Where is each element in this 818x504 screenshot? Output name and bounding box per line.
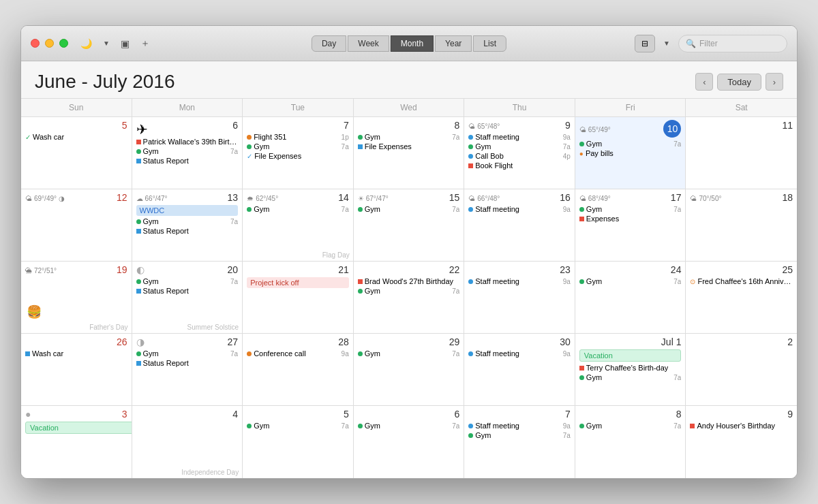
calendar-day-jun8[interactable]: 8 Gym 7a File Expenses [354,117,465,189]
calendar-day-jun17[interactable]: 🌤 68°/49° 17 Gym 7a Expenses [575,189,686,261]
calendar-day-jun15[interactable]: ☀ 67°/47° 15 Gym 7a [354,189,465,261]
chevron-down-icon[interactable]: ▼ [100,38,112,48]
event-gym[interactable]: Gym 7a [468,431,571,439]
event-gym[interactable]: Gym 7a [579,205,682,213]
calendar-day-jun16[interactable]: 🌤 66°/48° 16 Staff meeting 9a [464,189,575,261]
event-gym[interactable]: Gym 7a [358,133,460,141]
event-wash-car[interactable]: ✓ Wash car [25,133,127,141]
event-gym[interactable]: Gym 7a [358,422,460,430]
event-gym[interactable]: Gym 7a [579,140,682,148]
event-gym[interactable]: Gym 7a [579,373,682,381]
event-gym[interactable]: Gym 7a [136,277,239,285]
calendar-day-jul8[interactable]: 8 Gym 7a [575,406,686,478]
event-birthday-andy[interactable]: Andy Houser's Birthday [690,422,793,430]
close-button[interactable] [31,39,40,48]
calendar-day-jun28[interactable]: 28 Conference call 9a [243,334,354,405]
fullscreen-button[interactable] [59,39,68,48]
calendar-day-jun20[interactable]: ◐ 20 Gym 7a Status Report Summer Solstic… [132,262,243,333]
next-month-button[interactable]: › [766,73,783,91]
calendar-day-jul2[interactable]: 2 [686,334,797,405]
event-gym[interactable]: Gym 7a [136,217,239,225]
calendar-day-jun25[interactable]: 25 ⊙ Fred Chaffee's 16th Anniversary [686,262,797,333]
event-project-kickoff[interactable]: Project kick off [247,277,349,288]
event-staff-meeting[interactable]: Staff meeting 9a [468,277,571,285]
event-anniversary[interactable]: ⊙ Fred Chaffee's 16th Anniversary [690,277,793,285]
event-gym[interactable]: Gym 7a [358,287,460,295]
add-event-button[interactable]: ＋ [138,36,153,51]
event-vacation[interactable]: Vacation [579,349,682,362]
event-gym[interactable]: Gym 7a [579,277,682,285]
event-flight[interactable]: Flight 351 1p [247,133,349,141]
event-wwdc[interactable]: WWDC [136,205,239,216]
calendar-day-jun21[interactable]: 21 Project kick off [243,262,354,333]
event-pay-bills[interactable]: ● Pay bills [579,149,682,157]
calendar-day-jul1[interactable]: Jul 1 Vacation Terry Chaffee's Birth-day… [575,334,686,405]
event-gym[interactable]: Gym 7a [136,147,239,155]
month-view-button[interactable]: Month [391,35,434,52]
event-staff-meeting[interactable]: Staff meeting 9a [468,422,571,430]
sidebar-toggle[interactable]: ▣ [118,37,132,50]
event-staff-meeting[interactable]: Staff meeting 9a [468,349,571,358]
event-birthday[interactable]: Patrick Wallace's 39th Birthday [136,138,239,146]
calendar-day-jul3[interactable]: ● 3 Vacation [21,406,132,478]
event-gym[interactable]: Gym 7a [579,422,682,430]
event-gym[interactable]: Gym 7a [247,422,349,430]
calendar-day-jul5[interactable]: 5 Gym 7a [243,406,354,478]
event-status-report[interactable]: Status Report [136,227,239,235]
calendar-day-jun24[interactable]: 24 Gym 7a [575,262,686,333]
calendar-day-jun18[interactable]: 🌤 70°/50° 18 [686,189,797,261]
event-gym[interactable]: Gym 7a [358,349,460,358]
calendar-day-jul6[interactable]: 6 Gym 7a [354,406,465,478]
calendar-day-jun10-today[interactable]: 🌤 65°/49° 10 Gym 7a ● Pay bills [575,117,686,189]
calendar-day-jun30[interactable]: 30 Staff meeting 9a [464,334,575,405]
dropdown-button[interactable]: ▼ [661,38,673,48]
calendar-day-jun11[interactable]: 11 [686,117,797,189]
search-box[interactable]: 🔍 Filter [678,35,787,52]
split-view-button[interactable]: ⊟ [635,35,655,52]
event-call-bob[interactable]: Call Bob 4p [468,152,571,160]
event-vacation[interactable]: Vacation [25,422,132,434]
event-gym[interactable]: Gym 7a [468,142,571,151]
calendar-day-jun5[interactable]: 5 ✓ Wash car [21,117,132,189]
calendar-day-jun23[interactable]: 23 Staff meeting 9a [464,262,575,333]
prev-month-button[interactable]: ‹ [695,73,713,91]
week-view-button[interactable]: Week [348,35,389,52]
event-gym[interactable]: Gym 7a [136,349,239,358]
event-file-expenses[interactable]: ✓ File Expenses [247,152,349,160]
calendar-day-jun12[interactable]: 🌤 69°/49° ◑ 12 [21,189,132,261]
year-view-button[interactable]: Year [435,35,472,52]
today-button[interactable]: Today [717,74,761,91]
event-conference-call[interactable]: Conference call 9a [247,349,349,358]
event-birthday-terry[interactable]: Terry Chaffee's Birth-day [579,364,682,372]
event-gym[interactable]: Gym 7a [358,205,460,213]
event-status-report[interactable]: Status Report [136,287,239,295]
day-view-button[interactable]: Day [312,35,346,52]
calendar-day-jun26[interactable]: 26 Wash car [21,334,132,405]
event-book-flight[interactable]: Book Flight [468,161,571,170]
event-expenses[interactable]: Expenses [579,215,682,223]
event-staff-meeting[interactable]: Staff meeting 9a [468,205,571,213]
event-wash-car[interactable]: Wash car [25,349,127,358]
calendar-day-jul9[interactable]: 9 Andy Houser's Birthday [686,406,797,478]
calendar-day-jun19[interactable]: 🌦 72°/51° 19 🍔 Father's Day [21,262,132,333]
calendar-day-jun13[interactable]: ☁ 66°/47° 13 WWDC Gym 7a Status Report [132,189,243,261]
event-status-report[interactable]: Status Report [136,157,239,165]
calendar-day-jun22[interactable]: 22 Brad Wood's 27th Birthday Gym 7a [354,262,465,333]
event-file-expenses[interactable]: File Expenses [358,142,460,151]
calendar-day-jun27[interactable]: ◑ 27 Gym 7a Status Report [132,334,243,405]
calendar-day-jun9[interactable]: 🌤 65°/48° 9 Staff meeting 9a Gym 7a [464,117,575,189]
moon-icon[interactable]: 🌙 [78,37,95,50]
event-status-report[interactable]: Status Report [136,359,239,367]
event-gym[interactable]: Gym 7a [247,142,349,151]
calendar-day-jul4[interactable]: 4 Independence Day [132,406,243,478]
calendar-day-jun6[interactable]: ✈ 6 Patrick Wallace's 39th Birthday Gym … [132,117,243,189]
calendar-day-jun29[interactable]: 29 Gym 7a [354,334,465,405]
list-view-button[interactable]: List [473,35,506,52]
calendar-day-jul7[interactable]: 7 Staff meeting 9a Gym 7a [464,406,575,478]
minimize-button[interactable] [45,39,54,48]
calendar-day-jun14[interactable]: 🌧 62°/45° 14 Gym 7a Flag Day [243,189,354,261]
event-birthday-brad[interactable]: Brad Wood's 27th Birthday [358,277,460,285]
event-staff-meeting[interactable]: Staff meeting 9a [468,133,571,141]
event-gym[interactable]: Gym 7a [247,205,349,213]
calendar-day-jun7[interactable]: 7 Flight 351 1p Gym 7a ✓ File Expenses [243,117,354,189]
